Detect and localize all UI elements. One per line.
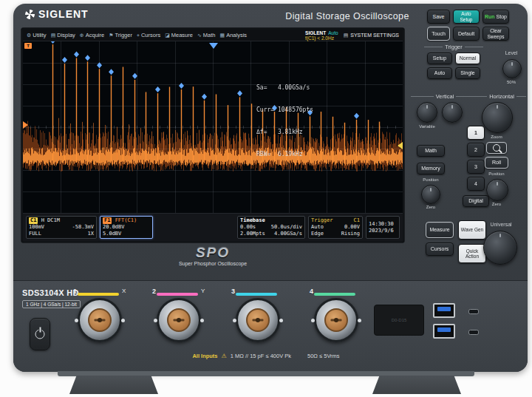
run-stop-button[interactable]: RunStop [482, 10, 509, 24]
channel-1-input: 1 X [76, 288, 120, 350]
fft-readout: Sa= 4.00GSa/s Curr= 1048576pts Δf= 3.81k… [256, 69, 313, 173]
aux-port-1 [468, 309, 479, 314]
channel-3-color-stripe [236, 293, 277, 296]
menu-item-cursors[interactable]: ⌖Cursors [137, 32, 160, 38]
system-settings-button[interactable]: ▤SYSTEM SETTINGS [344, 33, 399, 38]
menu-label: Trigger [115, 32, 132, 38]
channel-2-color-stripe [157, 293, 198, 296]
acq-mode: Auto [328, 30, 338, 35]
quick-action-button[interactable]: Quick Action [458, 244, 486, 263]
trigger-type: Edge [311, 231, 324, 237]
cursors-button[interactable]: Cursors [426, 242, 454, 256]
horizontal-scale-knob[interactable] [482, 102, 513, 133]
power-button[interactable] [30, 318, 50, 350]
grid-icon: ▦ [220, 33, 225, 38]
vertical-position-knob[interactable] [421, 185, 440, 204]
universal-knob[interactable] [483, 231, 517, 265]
trigger-frequency: f(C1) < 2.0Hz [305, 35, 338, 41]
memory-button[interactable]: Memory [417, 163, 445, 174]
spo-subtitle: Super Phosphor Oscilloscope [21, 261, 404, 266]
trigger-section-label: Trigger [424, 44, 483, 50]
left-foot [69, 376, 158, 394]
menu-item-measure[interactable]: ◪Measure [165, 32, 193, 38]
math-button[interactable]: Math [417, 145, 445, 157]
menu-label: Cursors [141, 32, 160, 38]
bottom-lip [58, 371, 474, 376]
trigger-single-button[interactable]: Single [455, 67, 480, 79]
date: 2023/9/6 [369, 228, 397, 234]
save-button[interactable]: Save [427, 10, 450, 24]
magnifier-icon [493, 144, 500, 152]
gear-icon: ⚙ [27, 33, 31, 38]
spo-logo-block: SPO Super Phosphor Oscilloscope [21, 245, 404, 266]
trigger-slope: Rising [341, 231, 360, 237]
menu-item-math[interactable]: ∿Math [197, 32, 216, 38]
touch-button[interactable]: Touch [427, 27, 450, 41]
channel-1-aux-label: X [122, 288, 126, 294]
menu-item-display[interactable]: ▤Display [51, 32, 75, 38]
power-icon [35, 330, 45, 339]
menu-item-utility[interactable]: ⚙Utility [27, 32, 47, 38]
trigger-normal-button[interactable]: Normal [455, 52, 480, 64]
spo-logo: SPO [21, 245, 404, 261]
f1-chip: F1 [103, 217, 112, 224]
universal-label: Universal [477, 222, 525, 227]
menu-item-analysis[interactable]: ▦Analysis [220, 32, 248, 38]
channel1-descriptor[interactable]: C1 H DC1M 100mV-58.3mV FULL1X [26, 216, 97, 239]
flag-icon: ⚑ [109, 33, 113, 38]
horizontal-position-label: Position [480, 172, 513, 176]
channel-1-number: 1 [73, 288, 77, 295]
horizontal-position-knob[interactable] [486, 179, 508, 201]
reference-level-marker[interactable] [398, 142, 403, 149]
run-label: Run [485, 14, 495, 20]
vertical-scale-knob[interactable] [442, 102, 463, 123]
screen: ⚙Utility ▤Display ⊕Acquire ⚑Trigger ⌖Cur… [21, 28, 404, 242]
default-button[interactable]: Default [453, 27, 480, 41]
f1-descriptor[interactable]: F1 FFT(C1) 20.0dBV 5.0dBV [100, 216, 153, 239]
roll-button[interactable]: Roll [485, 157, 508, 169]
aux-port-2 [468, 330, 479, 335]
trigger-setup-button[interactable]: Setup [427, 52, 452, 64]
f1-scale: 20.0dBV [103, 224, 125, 231]
time: 14:30:30 [369, 221, 397, 228]
channel-4-number: 4 [310, 288, 313, 295]
f1-level-marker[interactable] [23, 121, 28, 129]
menu-item-trigger[interactable]: ⚑Trigger [109, 32, 132, 38]
channel-4-button[interactable]: 4 [467, 177, 485, 191]
acquisition-status: SIGLENTAuto f(C1) < 2.0Hz [305, 30, 338, 41]
rbw: RBW= 6.19kHz [256, 151, 313, 158]
oscilloscope: SIGLENT Digital Storage Oscilloscope ⚙Ut… [0, 0, 532, 397]
menu-item-acquire[interactable]: ⊕Acquire [80, 32, 104, 38]
timebase-descriptor[interactable]: Timebase 0.00s50.0us/div 2.00Mpts4.00GSa… [237, 216, 305, 239]
clear-sweeps-button[interactable]: Clear Sweeps [482, 27, 509, 41]
measure-button[interactable]: Measure [426, 222, 454, 238]
trigger-source: C1 [354, 217, 360, 224]
measure-icon: ◪ [165, 33, 170, 38]
spectrum-canvas[interactable] [23, 41, 403, 213]
auto-setup-button[interactable]: Auto Setup [453, 10, 480, 24]
trigger-delay-marker[interactable]: T [24, 43, 32, 49]
list-icon: ▤ [344, 33, 349, 38]
horizontal-section-label: Horizontal [477, 93, 526, 100]
channel-1-color-stripe [78, 293, 119, 296]
c1-probe: 1X [88, 231, 94, 237]
c1-chip: C1 [29, 217, 38, 224]
usb-tongue [437, 307, 451, 311]
system-settings-label: SYSTEM SETTINGS [350, 33, 399, 38]
display-icon: ▤ [51, 33, 56, 38]
zoom-button[interactable] [486, 142, 507, 154]
trigger-level: 0.00V [344, 224, 360, 231]
wave-icon: ∿ [197, 33, 202, 38]
trigger-auto-button[interactable]: Auto [427, 67, 452, 79]
trigger-descriptor[interactable]: TriggerC1 Auto0.00V EdgeRising [308, 216, 363, 239]
trigger-level-knob[interactable] [502, 59, 522, 78]
vertical-variable-knob[interactable] [417, 102, 437, 123]
siglent-logo: SIGLENT [25, 8, 89, 20]
channel-2-aux-label: Y [201, 288, 205, 294]
status-bar: C1 H DC1M 100mV-58.3mV FULL1X F1 FFT(C1)… [23, 213, 403, 241]
sample-rate: Sa= 4.00GSa/s [256, 84, 313, 92]
c1-coupling: H DC1M [41, 217, 60, 223]
channel-2-button[interactable]: 2 [467, 143, 485, 157]
variable-label: Variable [411, 124, 443, 129]
clock: 14:30:30 2023/9/6 [366, 216, 400, 239]
